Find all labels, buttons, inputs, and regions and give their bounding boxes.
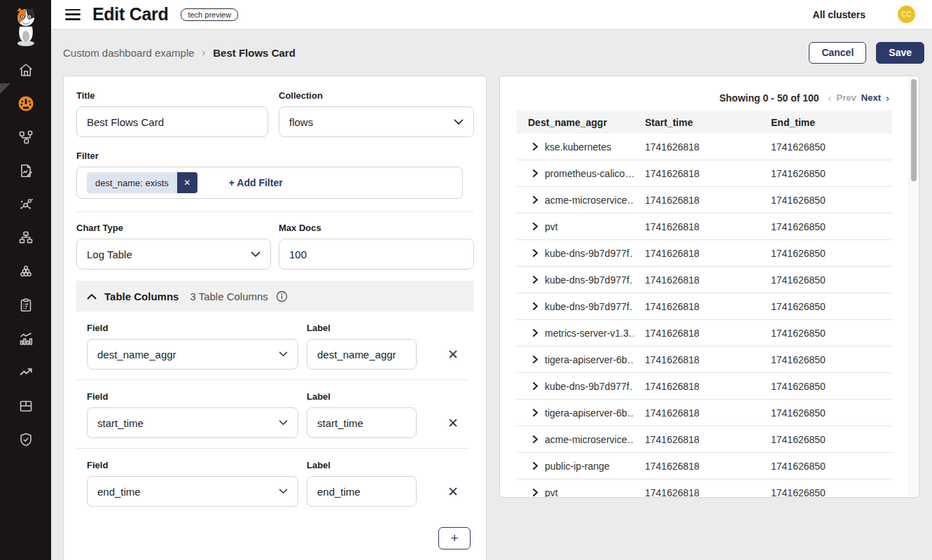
table-row[interactable]: public-ip-range 1741626818 1741626850 [517, 453, 892, 479]
sidebar-item-org-tree-icon[interactable] [18, 230, 34, 246]
table-row[interactable]: kube-dns-9b7d977f… 1741626818 1741626850 [517, 373, 892, 400]
expand-chevron-icon[interactable] [532, 488, 538, 497]
table-row[interactable]: metrics-server-v1.3… 1741626818 17416268… [517, 320, 892, 346]
label-label: Label [307, 391, 417, 402]
table-row[interactable]: acme-microservice… 1741626818 1741626850 [517, 426, 892, 453]
table-row[interactable]: kube-dns-9b7d977f… 1741626818 1741626850 [517, 240, 892, 267]
cell-dest-name: kube-dns-9b7d977f… [545, 248, 634, 259]
cell-end-time: 1741626850 [760, 434, 892, 445]
sidebar-item-home-icon[interactable] [18, 62, 34, 78]
add-column-button[interactable]: + [438, 527, 471, 550]
filter-box[interactable]: dest_name: exists ✕ + Add Filter [76, 167, 463, 199]
divider [76, 211, 474, 212]
expand-chevron-icon[interactable] [532, 222, 538, 231]
expand-chevron-icon[interactable] [532, 195, 538, 204]
cell-start-time: 1741626818 [634, 381, 760, 392]
vertical-scrollbar[interactable] [909, 77, 918, 496]
col-header-dest-name-aggr: Dest_name_aggr [517, 117, 634, 128]
cancel-button[interactable]: Cancel [809, 42, 866, 64]
cell-dest-name: pvt [545, 487, 558, 498]
sidebar-item-package-box-icon[interactable] [18, 398, 34, 414]
table-columns-header[interactable]: Table Columns 3 Table Columns [76, 281, 474, 312]
save-button[interactable]: Save [876, 42, 924, 64]
cell-start-time: 1741626818 [634, 248, 760, 259]
sidebar-item-trend-arrow-icon[interactable] [18, 364, 34, 381]
remove-column-icon[interactable]: ✕ [447, 416, 459, 430]
cell-dest-name: prometheus-calico… [545, 168, 634, 179]
sidebar-item-dashboards-gauge-icon[interactable] [18, 95, 34, 112]
expand-chevron-icon[interactable] [532, 382, 538, 391]
sidebar-item-bar-chart-icon[interactable] [18, 330, 34, 347]
table-row[interactable]: tigera-apiserver-6b… 1741626818 17416268… [517, 400, 892, 426]
table-row[interactable]: kube-dns-9b7d977f… 1741626818 1741626850 [517, 293, 892, 320]
title-input[interactable] [76, 106, 268, 137]
label-input[interactable]: start_time [307, 407, 417, 438]
chart-type-select[interactable]: Log Table [76, 239, 271, 270]
table-body: kse.kubernetes 1741626818 1741626850 pro… [517, 134, 892, 498]
cluster-selector[interactable]: All clusters [813, 9, 865, 20]
cell-start-time: 1741626818 [634, 328, 760, 339]
chevron-down-icon [279, 351, 288, 357]
max-docs-input[interactable] [279, 239, 474, 270]
title-label: Title [76, 90, 268, 101]
next-chevron-icon[interactable]: › [886, 92, 889, 104]
sidebar-item-circle-cluster-icon[interactable] [18, 263, 34, 280]
sidebar-item-shield-check-icon[interactable] [18, 431, 34, 448]
col-header-end-time: End_time [760, 117, 892, 128]
cell-end-time: 1741626850 [760, 168, 892, 179]
table-row[interactable]: pvt 1741626818 1741626850 [517, 214, 892, 240]
add-filter-button[interactable]: + Add Filter [229, 177, 283, 188]
table-row[interactable]: kube-dns-9b7d977f… 1741626818 1741626850 [517, 267, 892, 293]
cell-end-time: 1741626850 [760, 248, 892, 259]
table-row[interactable]: acme-microservice… 1741626818 1741626850 [517, 187, 892, 214]
next-button[interactable]: Next [861, 92, 881, 103]
info-icon[interactable] [276, 290, 288, 302]
chart-type-label: Chart Type [76, 223, 271, 233]
edit-card-form: Title Collection flows Filter dest_name:… [63, 76, 487, 560]
cell-dest-name: kube-dns-9b7d977f… [545, 381, 634, 392]
table-row[interactable]: prometheus-calico… 1741626818 1741626850 [517, 160, 892, 187]
table-row[interactable]: pvt 1741626818 1741626850 [517, 479, 892, 498]
sidebar-item-network-nodes-icon[interactable] [18, 129, 34, 146]
expand-chevron-icon[interactable] [532, 302, 538, 311]
breadcrumb-parent[interactable]: Custom dashboard example [63, 47, 195, 59]
column-row: Field dest_name_aggr Label dest_name_agg… [76, 312, 468, 380]
field-select[interactable]: end_time [87, 476, 298, 507]
table-row[interactable]: kse.kubernetes 1741626818 1741626850 [517, 134, 892, 160]
calico-cat-logo[interactable] [0, 0, 51, 55]
cell-dest-name: acme-microservice… [545, 195, 634, 206]
sidebar-item-service-graph-molecule-icon[interactable] [18, 196, 34, 213]
cell-dest-name: kse.kubernetes [545, 141, 611, 153]
cell-start-time: 1741626818 [634, 168, 760, 179]
label-input[interactable]: end_time [307, 476, 417, 507]
label-input[interactable]: dest_name_aggr [307, 339, 417, 370]
expand-chevron-icon[interactable] [532, 435, 538, 444]
field-select[interactable]: dest_name_aggr [87, 339, 298, 370]
cell-end-time: 1741626850 [760, 461, 892, 472]
menu-icon[interactable] [65, 9, 81, 20]
field-select[interactable]: start_time [87, 407, 298, 438]
expand-chevron-icon[interactable] [532, 169, 538, 178]
remove-column-icon[interactable]: ✕ [447, 485, 459, 498]
remove-column-icon[interactable]: ✕ [447, 348, 459, 361]
expand-chevron-icon[interactable] [532, 408, 538, 417]
prev-button[interactable]: Prev [837, 92, 856, 103]
expand-chevron-icon[interactable] [532, 248, 538, 258]
preview-card: Showing 0 - 50 of 100 ‹ Prev Next › Dest… [499, 76, 919, 498]
cell-start-time: 1741626818 [634, 407, 760, 419]
sidebar-item-clipboard-icon[interactable] [18, 297, 34, 314]
cell-end-time: 1741626850 [760, 141, 892, 153]
cell-start-time: 1741626818 [634, 141, 760, 153]
expand-chevron-icon[interactable] [532, 355, 538, 364]
remove-filter-icon[interactable]: ✕ [177, 172, 197, 193]
scrollbar-thumb[interactable] [911, 79, 917, 181]
collection-select[interactable]: flows [279, 106, 474, 137]
avatar[interactable]: CC [898, 6, 915, 23]
expand-chevron-icon[interactable] [532, 275, 538, 284]
pagination-status: Showing 0 - 50 of 100 [719, 92, 819, 104]
expand-chevron-icon[interactable] [532, 142, 538, 151]
expand-chevron-icon[interactable] [532, 461, 538, 470]
sidebar-item-log-document-icon[interactable] [18, 162, 34, 179]
table-row[interactable]: tigera-apiserver-6b… 1741626818 17416268… [517, 346, 892, 373]
expand-chevron-icon[interactable] [532, 328, 538, 337]
